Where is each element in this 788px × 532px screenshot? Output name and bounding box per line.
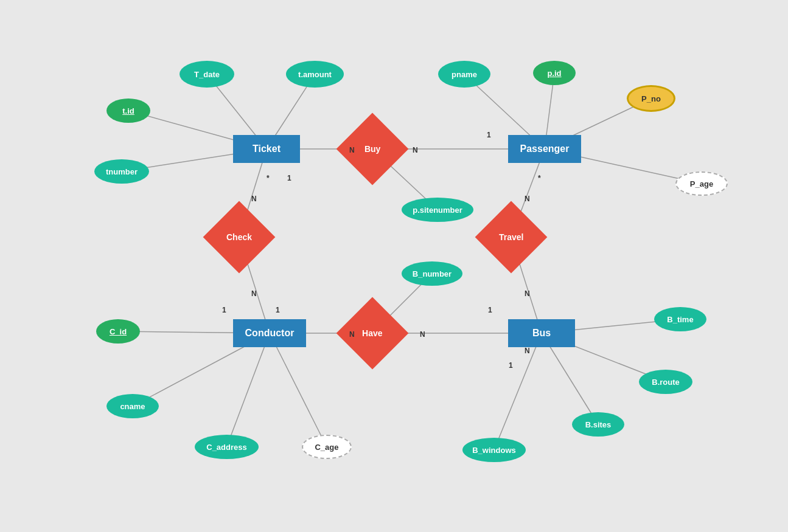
svg-line-25 xyxy=(494,333,542,450)
attribute-p_age: P_age xyxy=(675,171,728,196)
attribute-p_no: P_no xyxy=(627,85,675,112)
attribute-t_date: T_date xyxy=(180,61,234,88)
label-7: 1 xyxy=(222,306,226,314)
label-15: N xyxy=(525,347,530,355)
label-13: N xyxy=(525,195,530,203)
label-8: 1 xyxy=(276,306,280,314)
relation-travel[interactable]: Travel xyxy=(475,201,548,274)
relation-buy[interactable]: Buy xyxy=(336,113,409,185)
attribute-b_route: B.route xyxy=(639,370,692,394)
entity-passenger[interactable]: Passenger xyxy=(508,135,581,163)
attribute-b_number: B_number xyxy=(402,261,462,286)
label-3: * xyxy=(267,174,270,182)
label-9: N xyxy=(349,330,355,339)
attribute-t_amount: t.amount xyxy=(286,61,344,88)
entity-conductor[interactable]: Conductor xyxy=(233,319,306,347)
relation-check[interactable]: Check xyxy=(203,201,276,274)
attribute-b_time: B_time xyxy=(654,307,706,331)
label-1: N xyxy=(413,146,418,154)
entity-ticket[interactable]: Ticket xyxy=(233,135,300,163)
attribute-cname: cname xyxy=(106,394,159,418)
svg-line-21 xyxy=(270,333,327,447)
label-5: N xyxy=(251,195,257,203)
attribute-p_id: p.id xyxy=(533,61,576,85)
attribute-c_address: C_address xyxy=(195,435,259,459)
label-16: 1 xyxy=(509,361,513,370)
label-11: 1 xyxy=(488,306,492,314)
svg-line-20 xyxy=(227,333,270,447)
label-14: N xyxy=(525,289,530,298)
connections-svg xyxy=(0,0,788,532)
attribute-pname: pname xyxy=(438,61,490,88)
attribute-b_sites: B.sites xyxy=(572,412,624,437)
label-12: * xyxy=(538,174,541,182)
label-6: N xyxy=(251,289,257,298)
attribute-b_windows: B_windows xyxy=(462,438,526,462)
attribute-p_sitenumber: p.sitenumber xyxy=(402,198,473,222)
relation-have[interactable]: Have xyxy=(336,297,409,370)
attribute-t_id: t.id xyxy=(106,98,150,123)
label-10: N xyxy=(420,330,425,339)
er-diagram: TicketPassengerConductorBusBuyCheckTrave… xyxy=(0,0,788,532)
attribute-c_age: C_age xyxy=(302,435,352,459)
label-0: N xyxy=(349,146,355,154)
entity-bus[interactable]: Bus xyxy=(508,319,575,347)
attribute-c_id: C_id xyxy=(96,319,140,344)
attribute-tnumber: tnumber xyxy=(94,159,149,184)
label-2: 1 xyxy=(487,131,491,139)
label-4: 1 xyxy=(287,174,291,182)
